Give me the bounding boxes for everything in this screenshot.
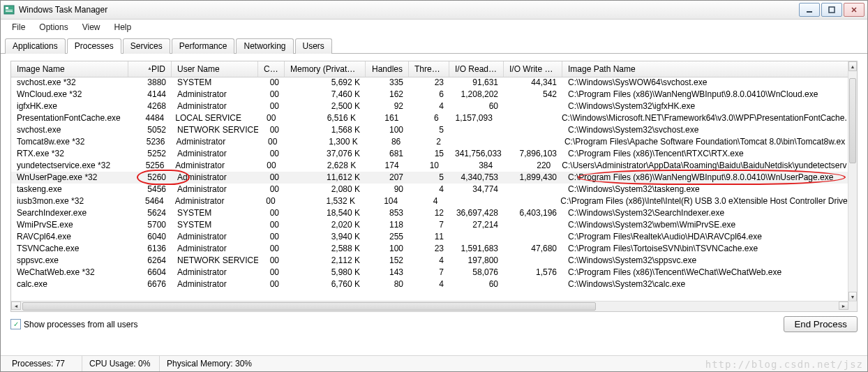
table-row[interactable]: yundetectservice.exe *325256Administrato… [11,160,848,172]
cell: 00 [255,195,281,207]
cell: 5256 [127,160,170,172]
cell: 00 [258,231,285,243]
table-row[interactable]: WmiPrvSE.exe5700SYSTEM002,020 K118727,21… [11,219,848,231]
titlebar[interactable]: Windows Task Manager [1,1,867,20]
table-row[interactable]: svchost.exe5052NETWORK SERVICE001,568 K1… [11,124,848,136]
table-row[interactable]: svchost.exe *323880SYSTEM005,692 K335239… [11,77,848,89]
svg-rect-2 [6,10,13,10]
cell: SYSTEM [172,207,258,219]
col-io-read[interactable]: I/O Read B... [449,61,504,77]
menu-help[interactable]: Help [109,21,137,35]
cell: C:\Windows\System32\calc.exe [562,278,848,290]
table-row[interactable]: Tomcat8w.exe *325236Administrator001,300… [11,136,848,148]
col-handles[interactable]: Handles [366,61,409,77]
col-memory[interactable]: Memory (Private ... [285,61,366,77]
cell [498,112,556,124]
table-row[interactable]: calc.exe6676Administrator006,760 K80460C… [11,278,848,290]
col-image-path[interactable]: Image Path Name [562,61,857,77]
scroll-down-icon[interactable]: ▼ [848,292,857,302]
cell: igfxHK.exe [11,101,128,112]
cell: LOCAL SERVICE [170,112,255,124]
cell: 341,756,033 [449,148,504,160]
table-row[interactable]: RTX.exe *325252Administrator0037,076 K68… [11,148,848,160]
scroll-right-icon[interactable]: ► [839,302,848,310]
cell: 2 [406,136,447,148]
scroll-up-icon[interactable]: ▲ [848,61,857,71]
table-row[interactable]: PresentationFontCache.exe4484LOCAL SERVI… [11,112,848,124]
cell: 5236 [128,136,171,148]
cell: 5624 [128,207,172,219]
menu-file[interactable]: File [6,21,31,35]
menu-options[interactable]: Options [33,21,73,35]
col-cpu[interactable]: CPU [258,61,285,77]
tab-services[interactable]: Services [123,38,170,54]
cell: C:\Windows\System32\SearchIndexer.exe [562,207,848,219]
sort-asc-icon: ▲ [147,61,152,76]
table-row[interactable]: WnCloud.exe *324144Administrator007,460 … [11,89,848,101]
cell: 2,080 K [285,184,366,195]
table-row[interactable]: TSVNCache.exe6136Administrator002,588 K1… [11,243,848,255]
table-row[interactable]: RAVCpl64.exe6040Administrator003,940 K25… [11,231,848,243]
tab-processes[interactable]: Processes [67,38,121,54]
end-process-button[interactable]: End Process [784,316,858,332]
cell: 58,076 [449,267,504,278]
col-image-name[interactable]: Image Name [11,61,128,77]
scroll-thumb[interactable] [849,78,856,163]
tab-users[interactable]: Users [295,38,332,54]
svg-rect-3 [6,11,13,12]
col-user-name[interactable]: User Name [172,61,258,77]
table-row[interactable]: igfxHK.exe4268Administrator002,500 K9246… [11,101,848,112]
table-row[interactable]: iusb3mon.exe *325464Administrator001,532… [11,195,848,207]
cell [504,219,562,231]
hscroll-thumb[interactable] [22,302,596,311]
col-io-write[interactable]: I/O Write Bytes [504,61,562,77]
menu-view[interactable]: View [77,21,106,35]
cell: 7,460 K [285,89,366,101]
cell: 2,020 K [285,219,366,231]
cell [504,231,562,243]
table-row[interactable]: sppsvc.exe6264NETWORK SERVICE002,112 K15… [11,255,848,267]
window-title: Windows Task Manager [19,5,107,15]
col-pid[interactable]: PID▲ [128,61,172,77]
cell: 7 [409,219,449,231]
cell: C:\Users\Administrator\AppData\Roaming\B… [556,160,848,172]
minimize-button[interactable] [799,3,820,17]
maximize-button[interactable] [821,3,842,17]
cell: 44,341 [504,77,562,89]
show-all-users-checkbox[interactable]: ✓ Show processes from all users [10,319,137,329]
cell: 00 [258,124,285,136]
cell: 100 [366,243,409,255]
tab-performance[interactable]: Performance [172,38,235,54]
cell: RTX.exe *32 [11,148,128,160]
cell: 542 [504,89,562,101]
table-row[interactable]: taskeng.exe5456Administrator002,080 K904… [11,184,848,195]
close-button[interactable] [844,3,865,17]
status-cpu: CPU Usage: 0% [82,356,160,371]
cell: C:\Program Files\TortoiseSVN\bin\TSVNCac… [562,243,848,255]
cell: C:\Windows\System32\taskeng.exe [562,184,848,195]
vertical-scrollbar[interactable]: ▲ ▼ [848,61,857,302]
cell: 00 [258,148,285,160]
table-row[interactable]: SearchIndexer.exe5624SYSTEM0018,540 K853… [11,207,848,219]
cell: 2,588 K [285,243,366,255]
cell: 7,896,103 [504,148,562,160]
cell: 11 [409,231,449,243]
tab-applications[interactable]: Applications [5,38,66,54]
horizontal-scrollbar[interactable]: ◄ ► [11,301,857,311]
cell: 853 [366,207,409,219]
cell: 4 [409,255,449,267]
table-row[interactable]: WeChatWeb.exe *326604Administrator005,98… [11,267,848,278]
cell: 60 [449,278,504,290]
table-row[interactable]: WnUserPage.exe *325260Administrator0011,… [11,172,848,184]
cell: Administrator [172,231,258,243]
cell: 5700 [128,219,172,231]
cell [443,195,497,207]
cell: NETWORK SERVICE [172,124,258,136]
tab-networking[interactable]: Networking [236,38,293,54]
col-threads[interactable]: Threads [409,61,449,77]
scroll-left-icon[interactable]: ◄ [11,302,21,310]
cell: 681 [366,148,409,160]
cell: Tomcat8w.exe *32 [11,136,128,148]
cell: 00 [258,184,285,195]
cell: 18,540 K [285,207,366,219]
